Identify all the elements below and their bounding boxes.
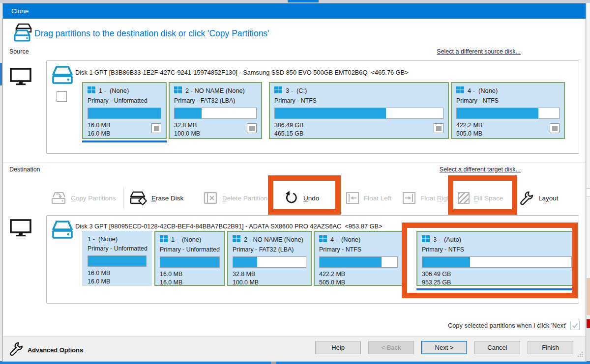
float-right-label: Float Right: [420, 195, 452, 202]
title-bar[interactable]: Clone: [3, 3, 586, 19]
delete-partition-toolbar-button[interactable]: Delete Partition: [203, 191, 267, 205]
partition-checkbox[interactable]: [247, 123, 257, 133]
toolbar-separator: [123, 187, 124, 209]
partition-name: 3 - (C:): [286, 87, 307, 94]
partition-usage-fill: [88, 256, 146, 266]
dst-partition-4[interactable]: 4 - (None)Primary - NTFS422.2 MB 505.0 M…: [314, 231, 403, 286]
undo-toolbar-button[interactable]: Undo: [284, 191, 319, 205]
footer: Advanced Options Help< BackNext >CancelF…: [3, 336, 586, 362]
partition-name: 2 - NO NAME (None): [185, 87, 245, 94]
partition-usage-fill: [160, 257, 219, 267]
source-disk-group: Disk 1 GPT [B3B86B33-1E2F-427C-9241-1597…: [46, 60, 579, 154]
partition-sizes: 306.49 GB 953.25 GB: [422, 270, 572, 286]
select-target-disk-link[interactable]: Select a different target disk...: [440, 166, 521, 173]
partition-sizes: 16.0 MB 16.0 MB: [160, 270, 220, 286]
section-divider: [3, 163, 586, 163]
erase-disk-toolbar-button[interactable]: Erase Disk: [129, 191, 183, 205]
windows-flag-icon: [422, 235, 430, 244]
delete-partition-label: Delete Partition: [222, 195, 267, 202]
fill-space-icon: [458, 192, 470, 204]
partition-usage-bar: [174, 108, 257, 119]
partition-name: 1 - (None): [171, 236, 201, 243]
layout-toolbar-button[interactable]: Layout: [519, 191, 559, 205]
back-button[interactable]: < Back: [368, 341, 414, 354]
partition-type: Primary - NTFS: [319, 246, 398, 253]
partition-usage-bar: [160, 256, 220, 268]
destination-monitor-icon: [9, 219, 32, 239]
src-partition-1[interactable]: 1 - (None)Primary - Unformatted16.0 MB 1…: [82, 82, 167, 139]
resize-grip-icon[interactable]: [577, 351, 584, 360]
finish-button[interactable]: Finish: [528, 341, 573, 354]
partition-type: Primary - NTFS: [422, 246, 572, 253]
partition-type: Primary - Unformatted: [88, 245, 147, 252]
partition-name: 2 - NO NAME (None): [244, 236, 303, 243]
advanced-options-label: Advanced Options: [28, 346, 83, 354]
copy-partitions-label: Copy Partitions: [71, 195, 116, 202]
destination-toolbar: Copy PartitionsErase DiskDelete Partitio…: [3, 184, 586, 212]
partition-sizes: 422.2 MB 505.0 MB: [456, 121, 560, 139]
background-right-small-button: [587, 188, 590, 197]
erase-disk-icon: [129, 191, 147, 205]
partition-sizes: 16.0 MB 16.0 MB: [88, 121, 161, 139]
next-button[interactable]: Next >: [421, 341, 467, 354]
partition-type: Primary - FAT32 (LBA): [174, 97, 257, 104]
partition-checkbox[interactable]: [434, 123, 443, 133]
partition-usage-fill: [320, 257, 382, 267]
undo-icon: [284, 191, 299, 205]
instruction-title: Drag partitions to the destination disk …: [34, 28, 269, 39]
disk-stack-icon: [13, 23, 33, 45]
partition-usage-bar: [233, 256, 306, 268]
dst-partition-3[interactable]: 2 - NO NAME (None)Primary - FAT32 (LBA)3…: [227, 231, 312, 286]
partition-name: 4 - (None): [330, 236, 360, 243]
partition-usage-bar: [422, 256, 572, 268]
copy-confirm-row: Copy selected partitions when I click 'N…: [448, 321, 580, 330]
select-source-disk-link[interactable]: Select a different source disk...: [437, 48, 521, 55]
destination-selected-partition-underline: [416, 288, 577, 290]
partition-sizes: 32.8 MB 100.0 MB: [233, 270, 306, 286]
float-left-toolbar-button[interactable]: Float Left: [346, 192, 391, 204]
cancel-button[interactable]: Cancel: [474, 341, 520, 354]
erase-disk-label: Erase Disk: [151, 195, 183, 202]
dst-partition-1[interactable]: 1 - (None)Primary - Unformatted16.0 MB 1…: [82, 231, 152, 286]
float-left-icon: [346, 192, 359, 204]
partition-usage-bar: [319, 256, 398, 268]
src-partition-2[interactable]: 2 - NO NAME (None)Primary - FAT32 (LBA)3…: [169, 82, 262, 139]
source-partitions: 1 - (None)Primary - Unformatted16.0 MB 1…: [47, 61, 579, 153]
wrench-icon: [9, 341, 24, 358]
copy-partitions-toolbar-button[interactable]: Copy Partitions: [50, 191, 116, 205]
layout-label: Layout: [538, 195, 559, 202]
partition-checkbox[interactable]: [151, 123, 161, 133]
float-right-toolbar-button[interactable]: Float Right: [402, 192, 452, 204]
src-partition-4[interactable]: 4 - (None)Primary - NTFS422.2 MB 505.0 M…: [451, 82, 565, 139]
partition-usage-fill: [275, 108, 386, 118]
advanced-options-link[interactable]: Advanced Options: [9, 341, 83, 358]
copy-partitions-icon: [50, 191, 66, 205]
partition-name: 1 - (None): [99, 87, 129, 94]
windows-flag-icon: [88, 86, 95, 95]
partition-sizes: 422.2 MB 505.0 MB: [319, 270, 398, 286]
float-left-label: Float Left: [364, 195, 391, 202]
clone-dialog: Clone Drag partitions to the destination…: [2, 3, 586, 361]
fill-space-toolbar-button[interactable]: Fill Space: [458, 192, 503, 204]
partition-sizes: 16.0 MB 16.0 MB: [88, 269, 147, 286]
dst-partition-2[interactable]: 1 - (None)Primary - Unformatted16.0 MB 1…: [154, 231, 225, 286]
partition-usage-fill: [88, 108, 161, 118]
partition-type: Primary - Unformatted: [88, 97, 161, 104]
window-title: Clone: [11, 7, 29, 15]
dst-partition-5[interactable]: 3 - (Auto)Primary - NTFS306.49 GB 953.25…: [416, 231, 577, 286]
copy-confirm-checkbox[interactable]: [570, 321, 580, 330]
partition-usage-fill: [422, 257, 470, 267]
help-button[interactable]: Help: [315, 341, 361, 354]
source-label: Source: [9, 48, 29, 55]
destination-disk-group: Disk 3 GPT [98095ECD-0128-42CB-BEF4-84BB…: [46, 215, 579, 304]
delete-partition-icon: [203, 191, 218, 205]
windows-flag-icon: [233, 235, 240, 244]
partition-usage-bar: [456, 108, 560, 119]
partition-name: 4 - (None): [468, 87, 498, 94]
partition-type: Primary - Unformatted: [160, 246, 220, 253]
source-monitor-icon: [9, 67, 32, 88]
partition-usage-bar: [88, 108, 161, 119]
src-partition-3[interactable]: 3 - (C:)Primary - NTFS306.49 GB 465.15 G…: [269, 82, 449, 139]
partition-usage-bar: [274, 108, 443, 119]
partition-checkbox[interactable]: [550, 123, 560, 133]
